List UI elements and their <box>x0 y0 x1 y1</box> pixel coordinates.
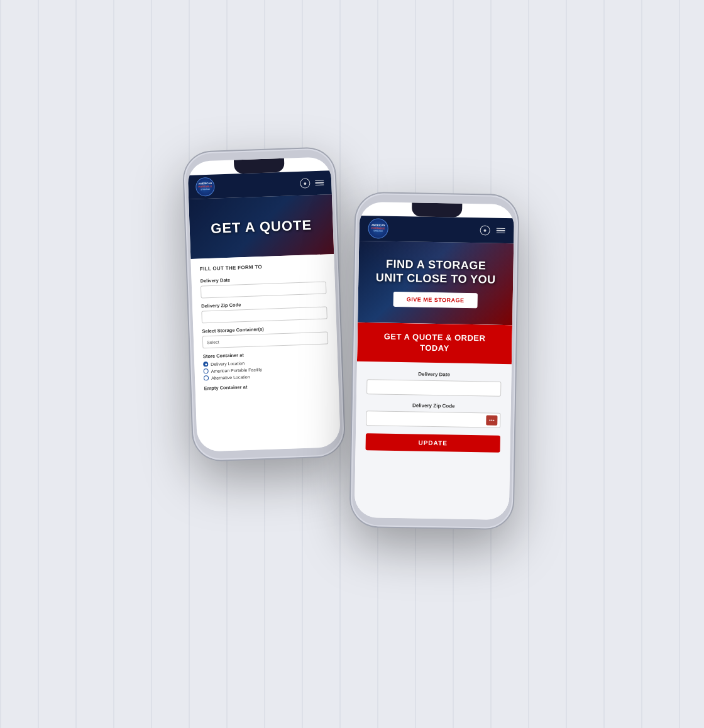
radio-dot-delivery <box>203 361 208 367</box>
front-hero-title: FIND A STORAGEUNIT CLOSE TO YOU <box>376 258 497 287</box>
empty-container-label: Empty Container at <box>204 381 329 391</box>
back-hero: GET A QUOTE <box>189 194 334 259</box>
back-form-area: FILL OUT THE FORM TO Delivery Date Deliv… <box>190 254 341 452</box>
get-quote-order-label: GET A QUOTE & ORDERTODAY <box>384 332 486 353</box>
delivery-zip-input[interactable] <box>201 307 327 324</box>
radio-dot-alternative <box>204 375 209 380</box>
front-logo: AMERICAN PORTABLE STORAGE <box>368 218 388 239</box>
menu-icon[interactable] <box>315 180 324 185</box>
give-me-storage-button[interactable]: GIVE ME STORAGE <box>393 291 478 307</box>
radio-label-delivery: Delivery Location <box>211 361 245 367</box>
radio-label-alternative: Alternative Location <box>211 374 250 380</box>
back-header-icons: ● <box>300 178 324 189</box>
front-delivery-date-input[interactable] <box>366 379 501 397</box>
radio-label-facility: American Portable Facility <box>211 367 263 373</box>
front-hero: FIND A STORAGEUNIT CLOSE TO YOU GIVE ME … <box>358 241 514 325</box>
update-button[interactable]: UPDATE <box>366 433 500 453</box>
phone-front-screen: AMERICAN PORTABLE STORAGE ● FIND A STORA… <box>355 202 515 520</box>
back-screen-header: AMERICAN PORTABLE STORAGE ● <box>188 170 332 199</box>
front-form-area: GET A QUOTE & ORDERTODAY Delivery Date D… <box>355 323 512 520</box>
store-container-radio-group: Delivery Location American Portable Faci… <box>203 357 329 380</box>
phones-container: AMERICAN PORTABLE STORAGE ● GET A QUOTE <box>176 113 528 615</box>
back-form-subtitle: FILL OUT THE FORM TO <box>200 262 326 272</box>
front-form-inner: Delivery Date Delivery Zip Code UPDATE <box>355 361 512 461</box>
front-header-icons: ● <box>480 225 505 236</box>
front-user-icon[interactable]: ● <box>480 225 490 235</box>
front-phone-notch <box>412 202 462 217</box>
select-placeholder: Select <box>207 339 219 345</box>
phone-front: AMERICAN PORTABLE STORAGE ● FIND A STORA… <box>350 193 518 529</box>
front-screen-header: AMERICAN PORTABLE STORAGE ● <box>359 216 514 243</box>
front-delivery-zip-input[interactable] <box>366 411 500 428</box>
delivery-date-input[interactable] <box>201 282 327 299</box>
get-quote-order-button[interactable]: GET A QUOTE & ORDERTODAY <box>357 323 512 364</box>
phone-back: AMERICAN PORTABLE STORAGE ● GET A QUOTE <box>184 148 345 461</box>
front-delivery-zip-label: Delivery Zip Code <box>366 402 501 410</box>
phone-back-screen: AMERICAN PORTABLE STORAGE ● GET A QUOTE <box>187 157 341 452</box>
select-storage-dropdown[interactable]: Select <box>202 331 329 348</box>
front-delivery-date-label: Delivery Date <box>367 370 502 378</box>
front-menu-icon[interactable] <box>497 228 505 233</box>
radio-dot-facility <box>204 368 209 373</box>
back-hero-title: GET A QUOTE <box>211 217 312 237</box>
back-logo: AMERICAN PORTABLE STORAGE <box>195 177 215 197</box>
back-phone-notch <box>234 158 285 174</box>
zip-dots-icon <box>486 415 497 425</box>
user-icon[interactable]: ● <box>300 178 311 189</box>
